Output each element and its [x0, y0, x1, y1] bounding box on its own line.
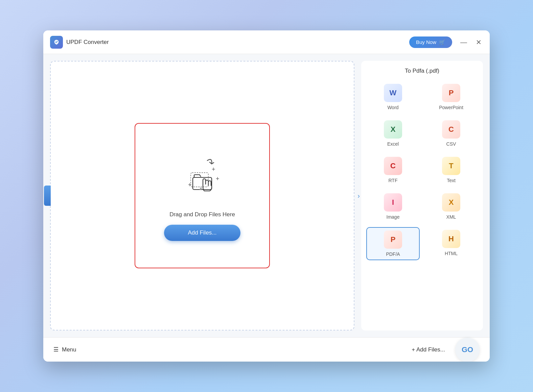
format-item-pdfa[interactable]: PPDF/A: [366, 227, 420, 260]
format-item-powerpoint[interactable]: PPowerPoint: [424, 81, 478, 113]
close-button[interactable]: ✕: [474, 38, 483, 47]
format-item-csv[interactable]: CCSV: [424, 118, 478, 149]
text-label: Text: [447, 178, 456, 183]
bottom-bar: ☰ Menu + Add Files... GO: [43, 337, 490, 362]
main-window: UPDF Converter Buy Now 🛒 — ✕: [43, 30, 490, 362]
app-logo: [50, 36, 63, 49]
format-item-rtf[interactable]: CRTF: [366, 154, 420, 186]
panel-title: To Pdfa (.pdf): [366, 68, 478, 74]
main-content: + + +: [43, 54, 490, 337]
excel-label: Excel: [387, 141, 399, 147]
drop-icon: + + +: [175, 150, 229, 204]
add-files-button[interactable]: Add Files...: [164, 225, 240, 241]
html-label: HTML: [445, 251, 458, 256]
minimize-button[interactable]: —: [459, 38, 468, 47]
drop-zone[interactable]: + + +: [135, 123, 270, 268]
image-label: Image: [387, 214, 400, 220]
excel-icon: X: [384, 120, 402, 139]
format-item-word[interactable]: WWord: [366, 81, 420, 113]
format-item-xml[interactable]: XXML: [424, 191, 478, 222]
format-item-text[interactable]: TText: [424, 154, 478, 186]
powerpoint-label: PowerPoint: [439, 105, 463, 110]
format-item-image[interactable]: IImage: [366, 191, 420, 222]
svg-text:+: +: [188, 181, 192, 188]
html-icon: H: [442, 230, 460, 248]
powerpoint-icon: P: [442, 84, 460, 102]
csv-icon: C: [442, 120, 460, 139]
image-icon: I: [384, 193, 402, 212]
go-button[interactable]: GO: [455, 338, 480, 362]
left-tab: [44, 186, 51, 206]
pdfa-icon: P: [384, 230, 402, 249]
format-item-html[interactable]: HHTML: [424, 227, 478, 260]
drag-drop-text: Drag and Drop Files Here: [169, 211, 235, 218]
format-item-excel[interactable]: XExcel: [366, 118, 420, 149]
menu-icon: ☰: [53, 346, 59, 353]
menu-label: Menu: [62, 346, 76, 353]
word-label: Word: [387, 105, 398, 110]
menu-button[interactable]: ☰ Menu: [53, 346, 76, 353]
left-panel: + + +: [50, 61, 354, 330]
window-controls: — ✕: [459, 38, 483, 47]
cart-icon: 🛒: [439, 39, 445, 45]
buy-now-button[interactable]: Buy Now 🛒: [409, 36, 452, 48]
svg-text:+: +: [216, 175, 219, 182]
app-title: UPDF Converter: [66, 39, 409, 46]
svg-text:+: +: [212, 166, 215, 173]
pdfa-label: PDF/A: [386, 251, 400, 257]
add-files-bottom-button[interactable]: + Add Files...: [412, 346, 445, 353]
csv-label: CSV: [446, 141, 456, 147]
titlebar: UPDF Converter Buy Now 🛒 — ✕: [43, 30, 490, 54]
rtf-label: RTF: [389, 178, 398, 183]
rtf-icon: C: [384, 157, 402, 175]
right-panel: To Pdfa (.pdf) WWordPPowerPointXExcelCCS…: [361, 61, 483, 330]
xml-icon: X: [442, 193, 460, 212]
xml-label: XML: [446, 214, 456, 220]
buy-now-label: Buy Now: [416, 39, 436, 45]
word-icon: W: [384, 84, 402, 102]
right-arrow-icon: ›: [357, 192, 360, 200]
text-icon: T: [442, 157, 460, 175]
format-grid: WWordPPowerPointXExcelCCSVCRTFTTextIImag…: [366, 81, 478, 324]
